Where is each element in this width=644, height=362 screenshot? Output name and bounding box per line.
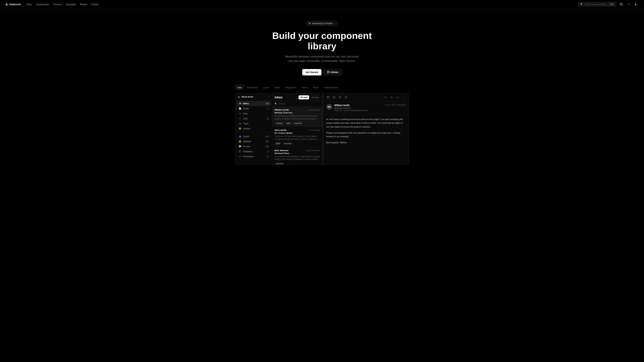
nav-github[interactable]: GitHub bbox=[90, 2, 100, 7]
nav-themes[interactable]: Themes bbox=[52, 2, 64, 7]
logo-icon: ◈ bbox=[5, 2, 8, 6]
sidebar-user[interactable]: ▲ Alicia Koch bbox=[238, 95, 253, 98]
email-avatar: WS bbox=[326, 104, 332, 110]
logo[interactable]: ◈ shadcn/ui bbox=[5, 2, 21, 6]
updates-icon: 🔔 bbox=[239, 140, 241, 143]
tag-work: work bbox=[274, 142, 282, 145]
nav-components[interactable]: Components bbox=[34, 2, 51, 7]
move-to-junk-button[interactable] bbox=[332, 95, 336, 100]
sidebar-item-drafts[interactable]: 📄 Drafts 9 bbox=[236, 106, 271, 111]
drafts-badge: 9 bbox=[268, 108, 269, 110]
promotions-badge: 21 bbox=[267, 156, 269, 158]
tab-tasks[interactable]: Tasks bbox=[272, 85, 282, 90]
trash-icon: 🗑 bbox=[239, 122, 241, 125]
updates-badge: 342 bbox=[266, 140, 269, 142]
mail-item-preview: Hi, let's have a meeting tomorrow to dis… bbox=[274, 115, 320, 120]
sidebar-forums-label: Forums bbox=[243, 145, 250, 148]
reply-button[interactable] bbox=[383, 95, 388, 100]
tag-important: important bbox=[293, 122, 304, 125]
tab-forms[interactable]: Forms bbox=[299, 85, 310, 90]
sidebar-item-promotions[interactable]: 🏷 Promotions 21 bbox=[236, 154, 271, 159]
social-badge: 972 bbox=[266, 135, 269, 137]
svg-rect-0 bbox=[327, 96, 329, 97]
mail-item[interactable]: Bob Johnson about 1 year ago Weekend Pla… bbox=[272, 147, 322, 165]
tab-authentication[interactable]: Authentication bbox=[322, 85, 340, 90]
nav-examples[interactable]: Examples bbox=[64, 2, 78, 7]
get-started-button[interactable]: Get Started bbox=[302, 69, 322, 75]
tab-dashboard[interactable]: Dashboard bbox=[244, 85, 260, 90]
filter-unread-button[interactable]: Unread bbox=[310, 95, 320, 99]
tab-cards[interactable]: Cards bbox=[260, 85, 271, 90]
mail-item-subject: Meeting Tomorrow bbox=[274, 112, 320, 114]
sidebar-item-forums[interactable]: 💬 Forums 128 bbox=[236, 144, 271, 149]
email-body-line-1: Hi, let's have a meeting tomorrow to dis… bbox=[326, 117, 406, 129]
twitter-icon-btn[interactable]: ✕ bbox=[626, 2, 631, 7]
tab-mail[interactable]: Mail bbox=[235, 85, 244, 90]
sidebar-trash-label: Trash bbox=[243, 122, 248, 125]
mail-filter-buttons: All mail Unread bbox=[298, 95, 320, 99]
sidebar-item-shopping[interactable]: 🛒 Shopping 8 bbox=[236, 149, 271, 154]
hero-buttons: Get Started GitHub bbox=[302, 69, 342, 75]
mail-item-from: Alice Smith bbox=[274, 129, 286, 131]
sidebar-chevron-icon[interactable]: ⌃ bbox=[268, 95, 270, 98]
sidebar-sent-label: Sent bbox=[243, 112, 248, 115]
inbox-title: Inbox bbox=[274, 96, 282, 99]
mail-search-input[interactable] bbox=[278, 103, 320, 105]
snooze-button[interactable] bbox=[344, 95, 349, 100]
github-icon-btn[interactable] bbox=[618, 2, 624, 7]
forward-button[interactable] bbox=[395, 95, 400, 100]
email-time: Oct 22, 2023, 9:00:00 AM bbox=[385, 104, 406, 106]
nav-right: 🔍 Search documentation... ⌘K ✕ ◐ bbox=[578, 2, 639, 7]
sidebar-item-inbox[interactable]: ✉ Inbox 128 bbox=[236, 101, 271, 106]
sidebar-item-junk[interactable]: ⚠ Junk 23 bbox=[236, 116, 271, 121]
sidebar-item-sent[interactable]: ➤ Sent bbox=[236, 111, 271, 116]
demo-tabs: Mail Dashboard Cards Tasks Playground Fo… bbox=[235, 85, 409, 90]
sidebar-header: ▲ Alicia Koch ⌃ bbox=[235, 93, 272, 100]
mail-item[interactable]: Alice Smith 8 months ago Re: Project Upd… bbox=[272, 127, 322, 147]
email-header: WS William Smith Meeting Tomorrow Reply-… bbox=[323, 102, 409, 114]
mail-item-subject: Re: Project Update bbox=[274, 132, 320, 134]
search-box[interactable]: 🔍 Search documentation... ⌘K bbox=[578, 2, 616, 7]
sidebar-shopping-label: Shopping bbox=[243, 150, 252, 153]
badge-icon: ⊞ bbox=[309, 22, 311, 25]
more-options-button[interactable] bbox=[401, 95, 406, 100]
inbox-icon: ✉ bbox=[239, 102, 241, 105]
social-icon: 👥 bbox=[239, 135, 241, 138]
forums-badge: 128 bbox=[266, 145, 269, 147]
mail-item-subject: Weekend Plans bbox=[274, 152, 320, 155]
sidebar-drafts-label: Drafts bbox=[243, 107, 249, 110]
reply-all-button[interactable] bbox=[389, 95, 394, 100]
lift-mode-badge[interactable]: ⊞ Introducing Lift Mode → bbox=[306, 21, 338, 26]
shopping-badge: 8 bbox=[268, 150, 269, 152]
mail-item-preview: Thank you for the project update. It loo… bbox=[274, 135, 320, 141]
badge-label: Introducing Lift Mode → bbox=[312, 22, 335, 25]
mail-search-icon: 🔍 bbox=[274, 103, 277, 105]
mail-body: Hi, let's have a meeting tomorrow to dis… bbox=[323, 114, 409, 165]
mail-item[interactable]: William Smith 8 months ago Meeting Tomor… bbox=[272, 107, 322, 127]
shopping-icon: 🛒 bbox=[239, 150, 241, 153]
tab-music[interactable]: Music bbox=[310, 85, 321, 90]
github-button[interactable]: GitHub bbox=[324, 69, 342, 75]
sidebar-item-social[interactable]: 👥 Social 972 bbox=[236, 134, 271, 139]
filter-all-button[interactable]: All mail bbox=[298, 95, 309, 99]
theme-toggle[interactable]: ◐ bbox=[633, 2, 639, 7]
sent-icon: ➤ bbox=[239, 112, 241, 115]
nav-blocks[interactable]: Blocks bbox=[78, 2, 88, 7]
mail-item-header: Bob Johnson about 1 year ago bbox=[274, 149, 320, 152]
sidebar-item-updates[interactable]: 🔔 Updates 342 bbox=[236, 139, 271, 144]
navbar: ◈ shadcn/ui Docs Components Themes Examp… bbox=[0, 0, 644, 9]
archive-button[interactable] bbox=[326, 95, 330, 100]
sidebar-item-archive[interactable]: 📦 Archive bbox=[236, 126, 271, 131]
search-icon: 🔍 bbox=[580, 3, 583, 5]
mail-item-header: William Smith 8 months ago bbox=[274, 109, 320, 111]
hero-section: ⊞ Introducing Lift Mode → Build your com… bbox=[0, 9, 644, 85]
nav-docs[interactable]: Docs bbox=[25, 2, 34, 7]
email-body-line-3: Best regards, William bbox=[326, 141, 406, 144]
delete-button[interactable] bbox=[338, 95, 343, 100]
mail-item-header: Alice Smith 8 months ago bbox=[274, 129, 320, 131]
mail-search: 🔍 bbox=[272, 101, 322, 107]
sidebar-item-trash[interactable]: 🗑 Trash bbox=[236, 121, 271, 126]
inbox-badge: 128 bbox=[266, 103, 269, 105]
tab-playground[interactable]: Playground bbox=[282, 85, 299, 90]
mail-item-from: William Smith bbox=[274, 109, 289, 111]
